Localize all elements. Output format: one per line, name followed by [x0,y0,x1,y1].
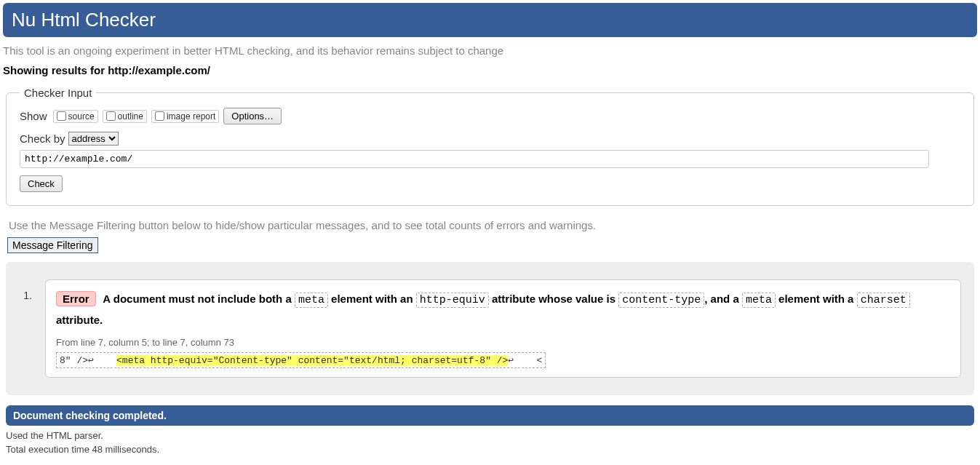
result-item: 1. Error A document must not include bot… [19,279,961,378]
source-text: source [68,111,95,122]
showing-results: Showing results for http://example.com/ [3,64,977,76]
extract-pre: 8" />↩ [60,355,116,366]
show-label: Show [20,110,47,122]
completed-bar: Document checking completed. [6,405,974,426]
source-checkbox[interactable] [57,111,66,121]
msg-part-3: attribute whose value is [489,293,618,305]
msg-part-5: element with a [776,293,857,305]
outline-checkbox[interactable] [106,111,116,121]
extract-post: ↩ < [508,355,542,366]
page-title: Nu Html Checker [12,9,968,31]
filter-hint: Use the Message Filtering button below t… [9,219,971,231]
check-by-row: Check by address [20,132,960,146]
image-report-checkbox[interactable] [155,111,164,121]
error-badge: Error [56,291,96,306]
image-report-checkbox-label[interactable]: image report [151,110,219,123]
outline-checkbox-label[interactable]: outline [103,110,147,123]
results-panel: 1. Error A document must not include bot… [6,262,974,395]
msg-part-2: element with an [328,293,416,305]
source-checkbox-label[interactable]: source [53,110,98,123]
result-box: Error A document must not include both a… [45,279,961,378]
error-location: From line 7, column 5; to line 7, column… [56,337,950,348]
code-meta-1: meta [295,293,328,308]
error-message: Error A document must not include both a… [56,289,950,330]
extract-highlight: <meta http-equiv="Content-type" content=… [116,355,508,366]
code-content-type: content-type [618,293,704,308]
url-input[interactable] [20,150,929,168]
msg-part-6: attribute. [56,314,103,326]
image-report-text: image report [167,111,215,122]
checker-input-fieldset: Checker Input Show source outline image … [6,87,974,206]
message-filtering-button[interactable]: Message Filtering [7,237,98,253]
code-meta-2: meta [742,293,776,308]
check-button[interactable]: Check [20,175,63,192]
intro-text: This tool is an ongoing experiment in be… [3,44,977,57]
result-number: 1. [19,279,32,301]
check-by-select[interactable]: address [68,132,119,146]
parser-info: Used the HTML parser. [6,430,974,441]
execution-time: Total execution time 48 milliseconds. [6,444,974,455]
msg-part-4: , and a [704,293,742,305]
page-header: Nu Html Checker [3,3,977,37]
outline-text: outline [118,111,143,122]
check-by-label: Check by [20,132,65,145]
show-row: Show source outline image report Options… [20,108,960,124]
source-extract: 8" />↩ <meta http-equiv="Content-type" c… [56,352,546,368]
msg-part-1: A document must not include both a [103,293,295,305]
code-http-equiv: http-equiv [416,293,489,308]
options-button[interactable]: Options… [223,108,282,124]
code-charset: charset [857,293,910,308]
checker-legend: Checker Input [20,87,96,99]
